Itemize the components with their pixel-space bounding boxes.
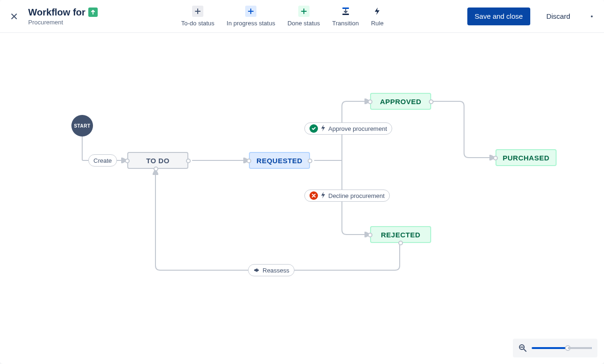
transition-create[interactable]: Create [88,154,117,167]
dot-icon [591,15,593,17]
transition-decline-label: Decline procurement [328,192,385,199]
plus-icon [298,6,310,17]
plus-icon [192,6,203,17]
transition-approve-label: Approve procurement [328,125,387,132]
add-todo-label: To-do status [181,20,215,27]
zoom-slider[interactable] [532,347,592,349]
port-icon [247,159,251,163]
status-approved[interactable]: APPROVED [370,93,431,110]
add-transition[interactable]: Transition [332,6,359,27]
megaphone-icon [253,267,260,273]
status-requested-label: REQUESTED [256,157,302,165]
zoom-control [513,339,597,357]
add-todo-status[interactable]: To-do status [181,6,215,27]
lightning-icon [321,192,325,200]
error-circle-icon [310,191,318,200]
port-icon [308,159,312,163]
add-rule-label: Rule [371,20,384,27]
transition-icon [340,6,351,17]
zoom-slider-thumb[interactable] [565,345,571,351]
editor-toolbar: To-do status In progress status Done sta… [98,6,467,27]
status-todo-label: TO DO [146,157,170,165]
port-icon [186,159,191,163]
add-transition-label: Transition [332,20,359,27]
add-inprogress-status[interactable]: In progress status [227,6,275,27]
save-button[interactable]: Save and close [467,8,531,25]
discard-button[interactable]: Discard [539,8,578,25]
port-icon [493,156,498,160]
transition-reassess-label: Reassess [263,267,289,274]
transition-approve[interactable]: Approve procurement [304,122,392,135]
svg-point-2 [591,15,593,17]
lightning-icon [321,125,325,133]
plus-icon [245,6,256,17]
add-done-status[interactable]: Done status [287,6,320,27]
port-icon [398,241,403,245]
zoom-out-icon[interactable] [519,344,527,352]
add-rule[interactable]: Rule [371,6,384,27]
lightning-icon [372,6,383,17]
status-approved-label: APPROVED [380,98,421,106]
port-icon [125,159,130,163]
status-purchased[interactable]: PURCHASED [496,149,557,166]
workflow-edges [0,33,604,364]
transition-create-label: Create [93,157,112,164]
page-subtitle: Procurement [28,19,98,26]
close-icon [10,13,18,20]
more-menu[interactable] [586,11,597,22]
svg-rect-1 [342,14,349,15]
status-purchased-label: PURCHASED [503,154,550,162]
add-done-label: Done status [287,20,320,27]
workflow-canvas[interactable]: START Create TO DO REQUESTED APPROVED RE… [0,33,604,364]
success-circle-icon [310,124,318,133]
status-rejected-label: REJECTED [381,231,420,239]
close-button[interactable] [7,9,22,24]
status-todo[interactable]: TO DO [127,152,188,169]
svg-rect-0 [342,8,349,9]
start-node[interactable]: START [71,115,93,136]
transition-decline[interactable]: Decline procurement [304,190,390,202]
editor-header: Workflow for Procurement To-do status In… [0,0,604,33]
page-title: Workflow for [28,7,85,18]
status-requested[interactable]: REQUESTED [249,152,310,169]
port-icon [368,233,372,237]
transition-reassess[interactable]: Reassess [248,264,294,276]
status-rejected[interactable]: REJECTED [370,226,431,243]
add-inprogress-label: In progress status [227,20,275,27]
port-icon [154,167,158,171]
workflow-type-icon [88,8,98,17]
port-icon [368,99,372,104]
port-icon [429,99,434,104]
start-node-label: START [74,123,90,129]
